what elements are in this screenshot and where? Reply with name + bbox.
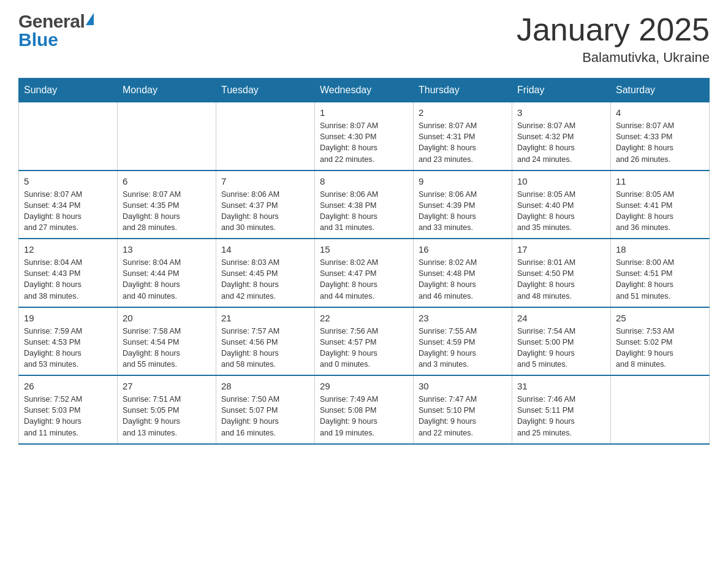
day-number: 4 (616, 107, 704, 118)
day-number: 25 (616, 313, 704, 323)
day-info: Sunrise: 8:07 AM Sunset: 4:31 PM Dayligh… (419, 120, 507, 165)
calendar-day-cell: 15Sunrise: 8:02 AM Sunset: 4:47 PM Dayli… (315, 239, 414, 307)
day-number: 27 (123, 381, 211, 391)
day-info: Sunrise: 8:07 AM Sunset: 4:30 PM Dayligh… (320, 120, 408, 165)
day-info: Sunrise: 8:00 AM Sunset: 4:51 PM Dayligh… (616, 257, 704, 302)
logo-general-text: General (18, 12, 85, 31)
calendar-day-cell: 3Sunrise: 8:07 AM Sunset: 4:32 PM Daylig… (512, 102, 611, 170)
day-number: 23 (419, 313, 507, 323)
calendar-day-cell: 18Sunrise: 8:00 AM Sunset: 4:51 PM Dayli… (611, 239, 710, 307)
day-number: 31 (517, 381, 605, 391)
day-number: 11 (616, 176, 704, 186)
page-header: General Blue January 2025 Balamutivka, U… (18, 12, 710, 66)
calendar-day-cell: 7Sunrise: 8:06 AM Sunset: 4:37 PM Daylig… (216, 170, 315, 239)
calendar-day-cell: 23Sunrise: 7:55 AM Sunset: 4:59 PM Dayli… (414, 307, 512, 376)
calendar-day-cell: 27Sunrise: 7:51 AM Sunset: 5:05 PM Dayli… (118, 375, 216, 444)
calendar-title: January 2025 (517, 12, 710, 47)
day-info: Sunrise: 7:53 AM Sunset: 5:02 PM Dayligh… (616, 326, 704, 370)
calendar-day-cell: 29Sunrise: 7:49 AM Sunset: 5:08 PM Dayli… (315, 375, 414, 444)
day-info: Sunrise: 8:04 AM Sunset: 4:44 PM Dayligh… (123, 257, 211, 302)
day-number: 28 (221, 381, 309, 391)
calendar-header-row: SundayMondayTuesdayWednesdayThursdayFrid… (19, 79, 710, 102)
day-info: Sunrise: 7:54 AM Sunset: 5:00 PM Dayligh… (517, 326, 605, 370)
day-number: 13 (123, 244, 211, 255)
day-info: Sunrise: 8:05 AM Sunset: 4:41 PM Dayligh… (616, 189, 704, 234)
calendar-day-cell (19, 102, 118, 170)
calendar-day-cell: 17Sunrise: 8:01 AM Sunset: 4:50 PM Dayli… (512, 239, 611, 307)
calendar-day-cell: 5Sunrise: 8:07 AM Sunset: 4:34 PM Daylig… (19, 170, 118, 239)
calendar-day-cell: 6Sunrise: 8:07 AM Sunset: 4:35 PM Daylig… (118, 170, 216, 239)
day-of-week-header: Friday (512, 79, 611, 102)
calendar-day-cell: 1Sunrise: 8:07 AM Sunset: 4:30 PM Daylig… (315, 102, 414, 170)
calendar-day-cell: 2Sunrise: 8:07 AM Sunset: 4:31 PM Daylig… (414, 102, 512, 170)
calendar-day-cell: 26Sunrise: 7:52 AM Sunset: 5:03 PM Dayli… (19, 375, 118, 444)
day-of-week-header: Saturday (611, 79, 710, 102)
day-info: Sunrise: 7:59 AM Sunset: 4:53 PM Dayligh… (24, 326, 112, 370)
day-info: Sunrise: 7:51 AM Sunset: 5:05 PM Dayligh… (123, 394, 211, 439)
logo: General Blue (18, 12, 94, 49)
calendar-day-cell: 25Sunrise: 7:53 AM Sunset: 5:02 PM Dayli… (611, 307, 710, 376)
day-info: Sunrise: 7:56 AM Sunset: 4:57 PM Dayligh… (320, 326, 408, 370)
day-number: 30 (419, 381, 507, 391)
day-info: Sunrise: 8:07 AM Sunset: 4:34 PM Dayligh… (24, 189, 112, 234)
calendar-day-cell: 21Sunrise: 7:57 AM Sunset: 4:56 PM Dayli… (216, 307, 315, 376)
day-number: 21 (221, 313, 309, 323)
day-info: Sunrise: 7:50 AM Sunset: 5:07 PM Dayligh… (221, 394, 309, 439)
day-of-week-header: Monday (118, 79, 216, 102)
day-number: 8 (320, 176, 408, 186)
calendar-day-cell: 10Sunrise: 8:05 AM Sunset: 4:40 PM Dayli… (512, 170, 611, 239)
calendar-table: SundayMondayTuesdayWednesdayThursdayFrid… (18, 78, 710, 445)
day-info: Sunrise: 8:02 AM Sunset: 4:48 PM Dayligh… (419, 257, 507, 302)
day-number: 16 (419, 244, 507, 255)
day-info: Sunrise: 8:06 AM Sunset: 4:37 PM Dayligh… (221, 189, 309, 234)
day-info: Sunrise: 7:58 AM Sunset: 4:54 PM Dayligh… (123, 326, 211, 370)
day-info: Sunrise: 8:06 AM Sunset: 4:38 PM Dayligh… (320, 189, 408, 234)
day-number: 24 (517, 313, 605, 323)
calendar-day-cell: 8Sunrise: 8:06 AM Sunset: 4:38 PM Daylig… (315, 170, 414, 239)
day-number: 10 (517, 176, 605, 186)
day-info: Sunrise: 7:57 AM Sunset: 4:56 PM Dayligh… (221, 326, 309, 370)
day-number: 7 (221, 176, 309, 186)
logo-triangle-icon (86, 13, 94, 25)
calendar-day-cell (118, 102, 216, 170)
day-info: Sunrise: 8:02 AM Sunset: 4:47 PM Dayligh… (320, 257, 408, 302)
day-number: 17 (517, 244, 605, 255)
day-info: Sunrise: 7:52 AM Sunset: 5:03 PM Dayligh… (24, 394, 112, 439)
day-info: Sunrise: 8:03 AM Sunset: 4:45 PM Dayligh… (221, 257, 309, 302)
calendar-day-cell: 28Sunrise: 7:50 AM Sunset: 5:07 PM Dayli… (216, 375, 315, 444)
day-number: 26 (24, 381, 112, 391)
calendar-day-cell (611, 375, 710, 444)
day-number: 20 (123, 313, 211, 323)
day-number: 2 (419, 107, 507, 118)
day-of-week-header: Sunday (19, 79, 118, 102)
calendar-day-cell: 11Sunrise: 8:05 AM Sunset: 4:41 PM Dayli… (611, 170, 710, 239)
calendar-day-cell: 30Sunrise: 7:47 AM Sunset: 5:10 PM Dayli… (414, 375, 512, 444)
calendar-week-row: 12Sunrise: 8:04 AM Sunset: 4:43 PM Dayli… (19, 239, 710, 307)
day-number: 12 (24, 244, 112, 255)
day-number: 5 (24, 176, 112, 186)
calendar-week-row: 19Sunrise: 7:59 AM Sunset: 4:53 PM Dayli… (19, 307, 710, 376)
day-number: 1 (320, 107, 408, 118)
day-number: 29 (320, 381, 408, 391)
calendar-day-cell: 20Sunrise: 7:58 AM Sunset: 4:54 PM Dayli… (118, 307, 216, 376)
day-info: Sunrise: 8:06 AM Sunset: 4:39 PM Dayligh… (419, 189, 507, 234)
day-info: Sunrise: 7:46 AM Sunset: 5:11 PM Dayligh… (517, 394, 605, 439)
day-info: Sunrise: 7:49 AM Sunset: 5:08 PM Dayligh… (320, 394, 408, 439)
calendar-subtitle: Balamutivka, Ukraine (517, 50, 710, 66)
calendar-day-cell: 16Sunrise: 8:02 AM Sunset: 4:48 PM Dayli… (414, 239, 512, 307)
day-info: Sunrise: 8:07 AM Sunset: 4:35 PM Dayligh… (123, 189, 211, 234)
calendar-day-cell: 19Sunrise: 7:59 AM Sunset: 4:53 PM Dayli… (19, 307, 118, 376)
calendar-week-row: 26Sunrise: 7:52 AM Sunset: 5:03 PM Dayli… (19, 375, 710, 444)
calendar-day-cell: 24Sunrise: 7:54 AM Sunset: 5:00 PM Dayli… (512, 307, 611, 376)
day-number: 15 (320, 244, 408, 255)
calendar-day-cell: 9Sunrise: 8:06 AM Sunset: 4:39 PM Daylig… (414, 170, 512, 239)
day-info: Sunrise: 7:55 AM Sunset: 4:59 PM Dayligh… (419, 326, 507, 370)
day-number: 19 (24, 313, 112, 323)
calendar-day-cell: 22Sunrise: 7:56 AM Sunset: 4:57 PM Dayli… (315, 307, 414, 376)
day-number: 9 (419, 176, 507, 186)
day-info: Sunrise: 8:04 AM Sunset: 4:43 PM Dayligh… (24, 257, 112, 302)
day-number: 3 (517, 107, 605, 118)
day-of-week-header: Wednesday (315, 79, 414, 102)
calendar-day-cell (216, 102, 315, 170)
calendar-day-cell: 4Sunrise: 8:07 AM Sunset: 4:33 PM Daylig… (611, 102, 710, 170)
